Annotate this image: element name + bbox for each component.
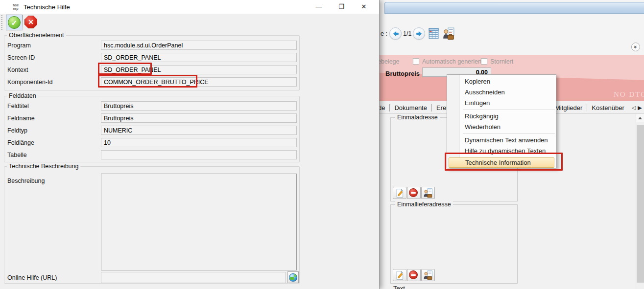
close-button[interactable]: ✕ (353, 0, 375, 14)
feldlaenge-field[interactable]: 10 (101, 138, 297, 147)
menu-item-kopieren[interactable]: Kopieren (447, 76, 556, 87)
annotation-technische-information-highlight (445, 153, 563, 171)
followup-label-fragment: ebelege (378, 58, 400, 65)
auto-generated-checkbox[interactable] (413, 58, 419, 65)
arrow-right-icon (415, 30, 423, 38)
tabelle-field[interactable] (101, 150, 297, 159)
einmaladresse-title: Einmaladresse (395, 114, 440, 121)
program-label: Program (7, 42, 31, 49)
customer-button[interactable] (442, 27, 455, 42)
edit-icon (395, 188, 405, 198)
cancel-button[interactable]: ✕ (24, 16, 37, 28)
banner-checkbox-row: ebelege Automatisch generiert Storniert (380, 56, 644, 67)
table-view-button[interactable] (428, 27, 440, 41)
app-logo-icon: hscerp (11, 2, 21, 12)
felddaten-title: Felddaten (7, 92, 38, 99)
menu-separator (463, 110, 555, 110)
x-icon: ✕ (28, 18, 34, 26)
tab-scroll-left-icon[interactable]: ◁ (632, 105, 636, 111)
tab-cluster-right: Mitglieder Kostenüber ◁ ▶ (550, 101, 644, 114)
feldtyp-field[interactable]: NUMERIC (101, 126, 297, 135)
maximize-button[interactable]: ❐ (330, 0, 353, 14)
feldtitel-field[interactable]: Bruttopreis (101, 101, 297, 111)
dialog-toolbar: ✓ ✕ (0, 14, 379, 31)
open-url-button[interactable] (287, 271, 299, 283)
feldtyp-label: Feldtyp (7, 127, 27, 134)
feldname-label: Feldname (7, 115, 35, 122)
remove-delivery-address-button[interactable] (407, 269, 421, 281)
scroll-up-button[interactable] (636, 114, 644, 122)
tab-dokumente[interactable]: Dokumente (390, 104, 431, 111)
page-indicator: 1/1 (403, 30, 411, 37)
beschreibung-label: Beschreibung (7, 178, 45, 184)
edit-icon (395, 270, 405, 280)
annotation-komponenten-id-highlight (98, 75, 197, 88)
oberflaechenelement-title: Oberflächenelement (7, 32, 66, 39)
storniert-checkbox[interactable] (481, 58, 487, 65)
remove-icon (409, 270, 418, 279)
auto-generated-label: Automatisch generiert (422, 58, 482, 65)
beschreibung-textarea[interactable] (101, 174, 297, 270)
person-briefcase-icon (442, 27, 455, 40)
table-icon (428, 27, 440, 40)
screen-id-field[interactable]: SD_ORDER_PANEL (101, 53, 297, 62)
check-icon: ✓ (11, 19, 18, 27)
menu-item-wiederholen[interactable]: Wiederholen (447, 122, 556, 133)
tab-kostenueber[interactable]: Kostenüber (587, 104, 629, 111)
einmallieferadresse-title: Einmallieferadresse (395, 201, 453, 208)
online-hilfe-label: Online Hilfe (URL) (7, 274, 57, 281)
text-section-label: Text (393, 285, 405, 289)
background-window-header (384, 2, 644, 14)
select-customer-button[interactable] (421, 187, 435, 199)
felddaten-group: Felddaten Feldtitel Bruttopreis Feldname… (4, 96, 300, 162)
screen-id-label: Screen-ID (7, 54, 35, 61)
feldlaenge-label: Feldlänge (7, 139, 34, 146)
remove-address-button[interactable] (407, 187, 421, 199)
menu-separator (463, 133, 555, 134)
record-navigation-bar: e : 1/1 (380, 26, 644, 42)
menu-item-ausschneiden[interactable]: Ausschneiden (447, 87, 556, 98)
select-delivery-customer-button[interactable] (421, 269, 435, 281)
edit-delivery-address-button[interactable] (393, 269, 406, 281)
ok-button[interactable]: ✓ (8, 16, 21, 29)
globe-icon (289, 273, 297, 282)
arrow-left-icon (392, 30, 400, 38)
kontext-label: Kontext (7, 67, 28, 73)
dialog-titlebar[interactable]: hscerp Technische Hilfe — ❐ ✕ (0, 0, 379, 14)
minimize-button[interactable]: — (308, 0, 330, 14)
tabelle-label: Tabelle (7, 152, 27, 158)
vertical-scrollbar[interactable] (636, 114, 644, 289)
program-field[interactable]: hsc.module.sd.ui.OrderPanel (101, 41, 297, 50)
remove-icon (409, 188, 418, 197)
person-briefcase-icon (423, 270, 433, 280)
menu-item-einfuegen[interactable]: Einfügen (447, 98, 556, 109)
menu-item-rueckgaengig[interactable]: Rückgängig (447, 111, 556, 122)
triangle-up-icon (638, 117, 642, 119)
double-chevron-up-icon: » (632, 45, 640, 48)
dialog-title: Technische Hilfe (24, 3, 70, 11)
technische-beschreibung-title: Technische Beschreibung (7, 163, 80, 170)
toolbar-grip[interactable] (1, 15, 2, 30)
einmallieferadresse-group: Einmallieferadresse (390, 204, 518, 284)
no-dto-watermark: NO DTO (614, 90, 644, 99)
person-briefcase-icon (423, 188, 433, 198)
online-hilfe-field[interactable] (101, 272, 286, 283)
edit-address-button[interactable] (393, 187, 406, 199)
tab-scroll-right-icon[interactable]: ▶ (638, 105, 642, 111)
scrollbar-thumb[interactable] (637, 125, 644, 283)
menu-item-dyn-text-anwenden[interactable]: Dynamischen Text anwenden (447, 135, 556, 146)
technische-hilfe-dialog: hscerp Technische Hilfe — ❐ ✕ ✓ ✕ Oberfl… (0, 0, 380, 289)
feldname-field[interactable]: Bruttopreis (101, 113, 297, 123)
collapse-panel-button[interactable]: » (631, 43, 640, 51)
annotation-kontext-highlight (98, 63, 152, 75)
next-record-button[interactable] (413, 27, 425, 40)
storniert-label: Storniert (490, 58, 513, 65)
bruttopreis-label: Bruttopreis (385, 70, 420, 77)
nav-label-fragment: e : (381, 30, 387, 37)
technische-beschreibung-group: Technische Beschreibung Beschreibung Onl… (4, 166, 300, 284)
feldtitel-label: Feldtitel (7, 103, 29, 110)
screenshot-root: e : 1/1 (0, 0, 644, 289)
komponenten-id-label: Komponenten-Id (7, 79, 52, 86)
previous-record-button[interactable] (389, 27, 402, 40)
ok-button-focus-frame: ✓ (6, 15, 23, 30)
